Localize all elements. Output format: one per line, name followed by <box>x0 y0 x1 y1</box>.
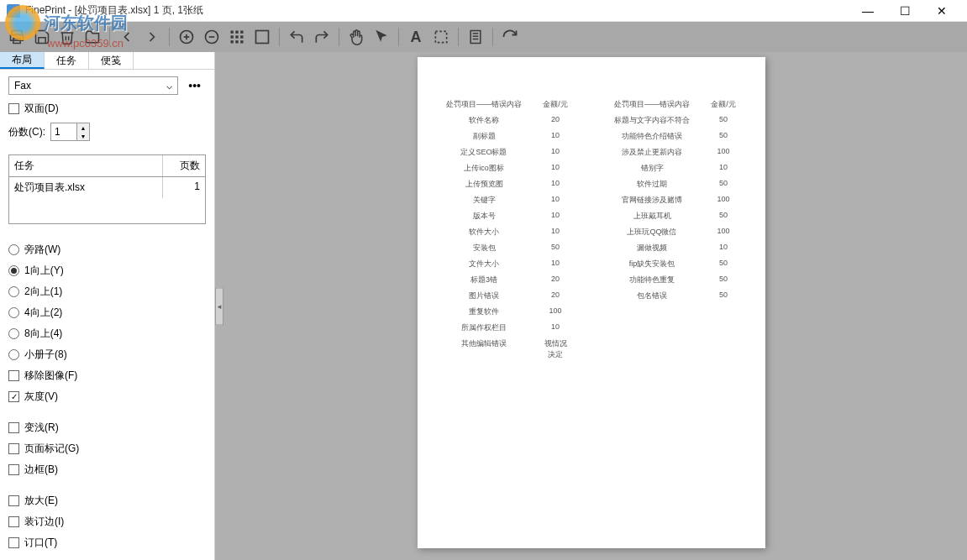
opt-gutter[interactable]: 订口(T) <box>8 532 206 553</box>
duplex-label: 双面(D) <box>24 102 59 116</box>
tab-notes[interactable]: 便笺 <box>89 52 134 69</box>
tab-task[interactable]: 任务 <box>45 52 89 69</box>
undo-button[interactable] <box>285 25 308 49</box>
svg-rect-1 <box>11 35 24 41</box>
save-button[interactable] <box>30 25 54 49</box>
text-tool-button[interactable]: A <box>404 25 428 49</box>
opt-2up[interactable]: 2向上(1) <box>8 281 206 302</box>
svg-rect-16 <box>240 40 243 43</box>
refresh-button[interactable] <box>498 25 522 49</box>
task-col-pages[interactable]: 页数 <box>163 155 205 176</box>
opt-remove-img[interactable]: 移除图像(F) <box>8 365 206 386</box>
splitter-handle[interactable]: ◄ <box>215 287 223 325</box>
opt-bypass[interactable]: 旁路(W) <box>8 239 206 260</box>
open-button[interactable] <box>81 25 104 49</box>
task-table: 任务 页数 处罚项目表.xlsx 1 <box>8 154 206 224</box>
next-button[interactable] <box>140 25 164 49</box>
svg-rect-12 <box>235 35 238 38</box>
opt-booklet[interactable]: 小册子(8) <box>8 344 206 365</box>
zoom-out-button[interactable] <box>200 25 223 49</box>
profile-more-button[interactable]: ••• <box>183 76 206 95</box>
task-row[interactable]: 处罚项目表.xlsx 1 <box>9 177 205 198</box>
sidebar: 布局 任务 便笺 Fax ⌵ ••• 双面(D) 份数(C): <box>0 52 215 560</box>
page-preview[interactable]: 处罚项目——错误内容金额/元 软件名称20副标题10定义SEO标题10上传ico… <box>418 57 765 548</box>
chevron-down-icon: ⌵ <box>166 80 172 92</box>
fullscreen-button[interactable] <box>250 25 274 49</box>
svg-rect-14 <box>231 40 234 43</box>
zoom-in-button[interactable] <box>175 25 198 49</box>
opt-binding[interactable]: 装订边(I) <box>8 511 206 532</box>
copies-down[interactable]: ▼ <box>77 132 89 140</box>
copies-label: 份数(C): <box>8 125 45 139</box>
svg-rect-8 <box>231 31 234 34</box>
opt-1up[interactable]: 1向上(Y) <box>8 260 206 281</box>
svg-rect-9 <box>235 31 238 34</box>
copies-input[interactable] <box>51 123 76 140</box>
minimize-button[interactable]: — <box>849 0 886 22</box>
print-button[interactable] <box>5 25 29 49</box>
hand-tool-button[interactable] <box>344 25 368 49</box>
tab-layout[interactable]: 布局 <box>0 52 45 69</box>
duplex-checkbox[interactable] <box>8 103 19 114</box>
thumbnail-button[interactable] <box>225 25 249 49</box>
doc-column-1: 处罚项目——错误内容金额/元 软件名称20副标题10定义SEO标题10上传ico… <box>444 99 570 365</box>
title-bar: FinePrint - [处罚项目表.xlsx] 1 页, 1张纸 — ☐ ✕ <box>0 0 967 22</box>
svg-rect-10 <box>240 31 243 34</box>
svg-rect-18 <box>435 31 446 42</box>
task-col-name[interactable]: 任务 <box>9 155 163 176</box>
marquee-button[interactable] <box>429 25 453 49</box>
app-icon <box>7 4 20 18</box>
window-title: FinePrint - [处罚项目表.xlsx] 1 页, 1张纸 <box>25 3 849 18</box>
profile-dropdown[interactable]: Fax ⌵ <box>8 76 178 95</box>
page-setup-button[interactable] <box>464 25 487 49</box>
opt-4up[interactable]: 4向上(2) <box>8 302 206 323</box>
close-button[interactable]: ✕ <box>923 0 960 22</box>
toolbar: A <box>0 22 967 52</box>
opt-grayscale[interactable]: 灰度(V) <box>8 386 206 407</box>
opt-enlarge[interactable]: 放大(E) <box>8 490 206 511</box>
select-tool-button[interactable] <box>370 25 393 49</box>
svg-rect-13 <box>240 35 243 38</box>
copies-up[interactable]: ▲ <box>77 123 89 132</box>
maximize-button[interactable]: ☐ <box>886 0 923 22</box>
opt-border[interactable]: 边框(B) <box>8 459 206 480</box>
svg-rect-19 <box>470 31 481 44</box>
svg-rect-15 <box>235 40 238 43</box>
preview-area[interactable]: ◄ 处罚项目——错误内容金额/元 软件名称20副标题10定义SEO标题10上传i… <box>215 52 967 560</box>
copies-spinner[interactable]: ▲ ▼ <box>50 123 90 141</box>
svg-rect-11 <box>231 35 234 38</box>
svg-rect-17 <box>256 31 269 44</box>
doc-column-2: 处罚项目——错误内容金额/元 标题与文字内容不符合50功能特色介绍错误50涉及禁… <box>612 99 738 365</box>
opt-lighten[interactable]: 变浅(R) <box>8 417 206 438</box>
opt-page-marks[interactable]: 页面标记(G) <box>8 438 206 459</box>
delete-button[interactable] <box>55 25 79 49</box>
redo-button[interactable] <box>310 25 334 49</box>
opt-8up[interactable]: 8向上(4) <box>8 323 206 344</box>
prev-button[interactable] <box>115 25 139 49</box>
